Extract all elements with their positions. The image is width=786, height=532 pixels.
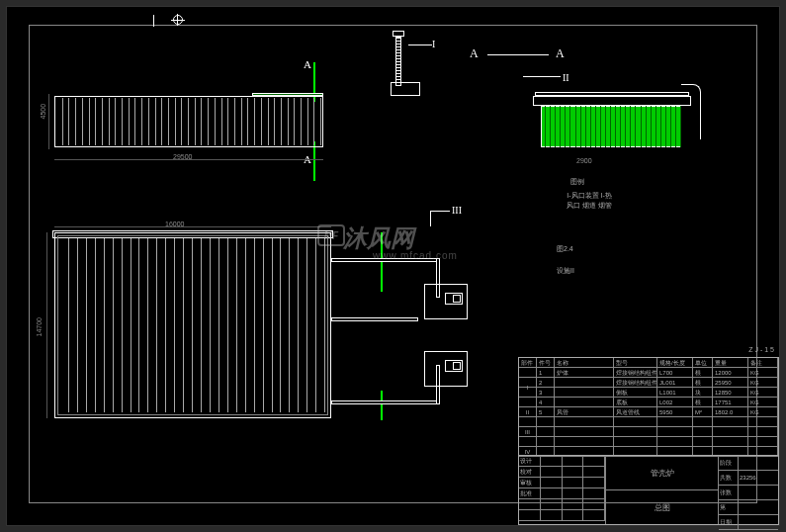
dimension-text: 16000	[165, 221, 184, 227]
section-cut-line	[381, 391, 383, 420]
callout-label-ii: II	[563, 72, 569, 83]
title-block-footer: 设计校对审核批准 管壳炉 总图 阶段共数23256张数第日期	[519, 455, 778, 524]
drawing-name: 总图	[606, 490, 718, 524]
section-view-aa[interactable]	[541, 96, 699, 147]
pipe-run	[331, 317, 418, 321]
dimension-text: 2900	[576, 157, 592, 164]
group-cell: III	[519, 417, 537, 447]
table-row: 3侧板L1001块12850KG	[519, 388, 778, 398]
equipment-box[interactable]	[424, 284, 468, 319]
group-cell: II	[519, 407, 537, 417]
section-title-a-right: A	[556, 46, 565, 61]
meta-row: 日期	[719, 515, 778, 530]
section-cut-line	[381, 232, 383, 292]
table-row	[519, 417, 778, 427]
parts-list-table: 部件 件号 名称 型号 规格/长度 单位 重量 备注 1炉体焊接钢结构组件L70…	[519, 358, 778, 457]
column-grid	[60, 238, 325, 412]
project-name: 管壳炉	[606, 456, 718, 490]
elevation-view-1[interactable]	[54, 96, 323, 147]
table-row: 2焊接钢结构组件JL001根25950KG	[519, 378, 778, 388]
meta-row: 第	[719, 500, 778, 515]
dimension-text: 14700	[36, 317, 43, 336]
drawing-code: Z J - 1 5	[748, 346, 774, 353]
column-grid	[56, 98, 321, 145]
note-text: 设施II	[557, 266, 574, 276]
meta-row: 张数	[719, 486, 778, 500]
dimension-line	[54, 226, 331, 227]
table-row	[519, 437, 778, 447]
table-row: 1炉体焊接钢结构组件L700根12000KG	[519, 368, 778, 378]
column-grid	[541, 106, 681, 147]
duct-pipe	[681, 84, 701, 139]
table-header-row: 部件 件号 名称 型号 规格/长度 单位 重量 备注	[519, 358, 778, 368]
meta-row: 共数23256	[719, 471, 778, 486]
signature-row: 校对	[519, 467, 605, 478]
title-block[interactable]: Z J - 1 5 部件 件号 名称 型号 规格/长度 单位 重量 备注 1炉体…	[518, 357, 779, 525]
group-cell: I	[519, 368, 537, 407]
origin-marker	[153, 15, 193, 35]
section-title-a-left: A	[470, 46, 479, 61]
meta-row: 阶段	[719, 456, 778, 471]
equipment-box[interactable]	[424, 351, 468, 387]
pipe-run	[331, 258, 440, 262]
watermark-logo: MF	[317, 224, 345, 246]
chimney-tower[interactable]	[391, 31, 406, 96]
note-text: 图2.4	[557, 244, 573, 254]
dimension-line	[46, 232, 47, 418]
leader-line	[430, 211, 431, 226]
signature-row: 审核	[519, 478, 605, 488]
callout-label-i: I	[432, 39, 435, 49]
table-row: 4底板L002根17751KG	[519, 398, 778, 407]
leader-line	[408, 44, 432, 45]
signature-row: 批准	[519, 488, 605, 499]
table-row	[519, 427, 778, 437]
section-cut-line	[313, 141, 315, 181]
signature-row: 设计	[519, 456, 605, 467]
cad-canvas[interactable]: A A A A I II III 29500 4500 2900 16000 1…	[6, 6, 780, 526]
note-text: I-风口装置 I-热风口 烟道 烟管	[567, 191, 612, 211]
table-row: 5风管风道管线5950M²1802.0KG	[519, 407, 778, 417]
plan-view[interactable]	[54, 232, 331, 418]
dimension-text: 4500	[40, 104, 46, 120]
leader-line	[523, 76, 561, 77]
dimension-line	[48, 94, 49, 149]
section-label-a-left: A	[304, 58, 311, 70]
section-title-underline	[487, 54, 549, 55]
pipe-run	[331, 400, 440, 404]
callout-label-iii: III	[452, 205, 462, 216]
note-text: 图例	[570, 177, 584, 187]
dimension-text: 29500	[173, 153, 192, 160]
leader-line	[430, 211, 450, 212]
